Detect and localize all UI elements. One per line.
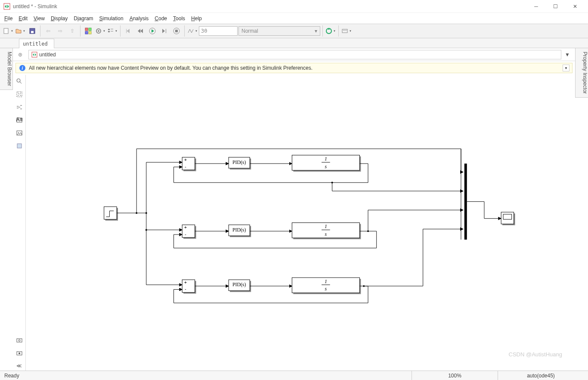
svg-rect-31 <box>17 339 22 342</box>
simulation-mode-dropdown[interactable]: Normal▾ <box>238 26 320 36</box>
svg-point-38 <box>145 212 147 214</box>
svg-rect-6 <box>85 31 88 34</box>
svg-point-39 <box>145 229 147 231</box>
svg-text:s: s <box>325 286 327 292</box>
menu-tools[interactable]: Tools <box>173 15 185 22</box>
save-button[interactable] <box>27 25 38 37</box>
sum-block-3[interactable]: +- <box>182 280 196 293</box>
svg-point-23 <box>17 79 20 82</box>
statusbar: Ready 100% auto(ode45) <box>0 371 588 380</box>
menu-view[interactable]: View <box>34 15 45 22</box>
back-button[interactable]: ⇦ <box>43 25 54 37</box>
svg-text:PID(s): PID(s) <box>232 160 246 165</box>
diagram-canvas[interactable]: +- PID(s) 1 s <box>26 75 575 371</box>
svg-text:-: - <box>184 232 187 237</box>
status-zoom[interactable]: 100% <box>412 371 498 380</box>
stop-time-field[interactable] <box>199 26 238 36</box>
tf-block-2[interactable]: 1 s <box>292 223 361 239</box>
signal-button[interactable]: ▼ <box>187 25 198 37</box>
menu-code[interactable]: Code <box>155 15 167 22</box>
up-button[interactable]: ⇧ <box>67 25 78 37</box>
pid-block-3[interactable]: PID(s) <box>229 280 251 292</box>
property-inspector-panel[interactable]: Property Inspector <box>575 48 588 98</box>
simulink-icon <box>3 3 10 10</box>
svg-rect-12 <box>111 29 113 29</box>
svg-rect-79 <box>464 164 467 240</box>
tf-block-3[interactable]: 1 s <box>292 278 361 294</box>
fast-restart-button[interactable]: ▼ <box>325 25 336 37</box>
step-back-button[interactable] <box>123 25 134 37</box>
menu-simulation[interactable]: Simulation <box>99 15 124 22</box>
svg-text:+: + <box>184 158 187 162</box>
shortcuts-button[interactable]: ▼ <box>341 25 352 37</box>
model-explorer-button[interactable]: ▼ <box>107 25 118 37</box>
pid-block-2[interactable]: PID(s) <box>229 225 251 237</box>
menu-edit[interactable]: Edit <box>19 15 28 22</box>
library-browser-button[interactable] <box>83 25 94 37</box>
new-button[interactable]: ▼ <box>3 25 14 37</box>
screenshot2-icon[interactable] <box>15 348 24 358</box>
svg-rect-22 <box>32 52 37 57</box>
forward-button[interactable]: ⇨ <box>55 25 66 37</box>
sum-block-1[interactable]: +- <box>182 157 196 171</box>
menubar: File Edit View Display Diagram Simulatio… <box>0 13 588 24</box>
svg-text:A≡: A≡ <box>16 117 22 123</box>
svg-text:s: s <box>325 232 327 237</box>
step-forward-button[interactable] <box>159 25 170 37</box>
scope-block[interactable] <box>501 212 515 225</box>
svg-point-32 <box>19 340 20 341</box>
titlebar: untitled * - Simulink ─ ☐ ✕ <box>0 0 588 13</box>
svg-rect-36 <box>104 207 117 219</box>
svg-rect-13 <box>111 31 113 31</box>
banner-close-button[interactable]: ▼ <box>563 65 569 71</box>
svg-rect-3 <box>31 31 34 33</box>
collapse-icon[interactable]: ≪ <box>15 361 24 371</box>
area-icon[interactable] <box>15 141 24 151</box>
svg-text:1: 1 <box>325 156 327 162</box>
sum-block-2[interactable]: +- <box>182 225 196 238</box>
svg-rect-19 <box>343 30 344 31</box>
breadcrumb-path[interactable]: untitled <box>28 50 561 59</box>
svg-text:1: 1 <box>325 279 327 284</box>
info-banner: i All new hierarchical elements now have… <box>15 63 573 73</box>
svg-rect-4 <box>85 28 88 31</box>
annotation-icon[interactable]: A≡ <box>15 115 24 125</box>
menu-help[interactable]: Help <box>191 15 202 22</box>
zoom-icon[interactable] <box>15 77 24 86</box>
model-config-button[interactable]: ▼ <box>95 25 106 37</box>
svg-rect-30 <box>17 144 22 148</box>
stop-button[interactable] <box>171 25 182 37</box>
maximize-button[interactable]: ☐ <box>546 0 565 13</box>
menu-analysis[interactable]: Analysis <box>130 15 149 22</box>
step-back2-button[interactable] <box>135 25 146 37</box>
svg-rect-16 <box>175 30 178 32</box>
close-button[interactable]: ✕ <box>565 0 585 13</box>
svg-text:s: s <box>325 164 327 170</box>
breadcrumb-dropdown[interactable]: ▼ <box>565 52 573 58</box>
step-block[interactable] <box>104 207 118 220</box>
svg-text:+: + <box>184 280 187 285</box>
pid-block-1[interactable]: PID(s) <box>229 157 251 169</box>
mux-block[interactable] <box>464 164 467 240</box>
menu-file[interactable]: File <box>4 15 12 22</box>
screenshot-icon[interactable] <box>15 335 24 345</box>
toolbar: ▼ ▼ ⇦ ⇨ ⇧ ▼ ▼ ▼ Normal▾ ▼ ▼ <box>0 24 588 38</box>
tf-block-1[interactable]: 1 s <box>292 155 361 171</box>
menu-display[interactable]: Display <box>51 15 68 22</box>
svg-rect-21 <box>346 30 347 31</box>
tab-untitled[interactable]: untitled <box>19 39 54 48</box>
minimize-button[interactable]: ─ <box>526 0 546 13</box>
fit-icon[interactable] <box>15 90 24 99</box>
svg-line-24 <box>20 82 22 83</box>
menu-diagram[interactable]: Diagram <box>74 15 93 22</box>
image-icon[interactable] <box>15 128 24 138</box>
tree-icon[interactable] <box>15 102 24 112</box>
nav-up-button[interactable]: ⊛ <box>15 50 25 59</box>
open-button[interactable]: ▼ <box>15 25 26 37</box>
status-ready: Ready <box>4 373 19 379</box>
run-button[interactable] <box>147 25 158 37</box>
model-browser-panel[interactable]: Model Browser <box>0 48 13 90</box>
svg-rect-10 <box>108 29 110 30</box>
svg-rect-1 <box>4 28 8 34</box>
status-solver[interactable]: auto(ode45) <box>498 371 584 380</box>
